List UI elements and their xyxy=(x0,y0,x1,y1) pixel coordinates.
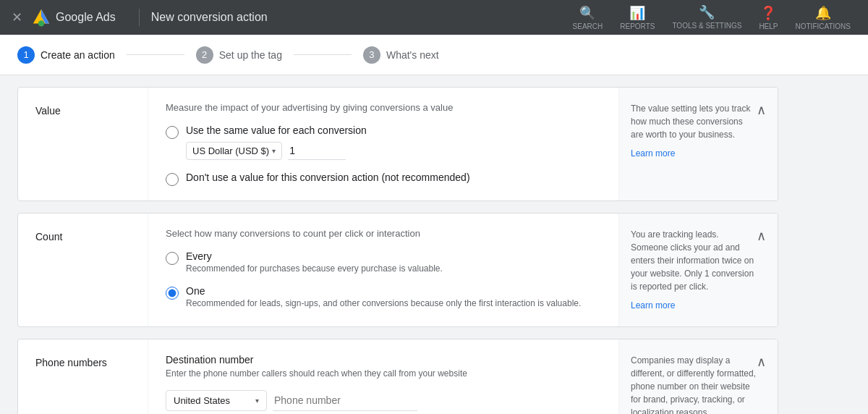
step-2-label: Set up the tag xyxy=(219,49,282,61)
phone-input-row: United States ▾ xyxy=(166,390,601,411)
count-radio-group: Every Recommended for purchases because … xyxy=(166,250,601,308)
destination-number-label: Destination number xyxy=(166,354,601,366)
tools-nav-label: TOOLS & SETTINGS xyxy=(672,22,741,30)
value-radio-same-input[interactable] xyxy=(166,126,179,139)
reports-nav-icon[interactable]: 📊 REPORTS xyxy=(614,2,660,33)
step-3-circle: 3 xyxy=(363,46,380,64)
value-section: Value Measure the impact of your adverti… xyxy=(17,87,778,201)
country-chevron-icon: ▾ xyxy=(255,397,259,405)
usd-row: US Dollar (USD $) ▾ xyxy=(186,142,367,160)
step-3: 3 What's next xyxy=(363,46,439,64)
currency-select[interactable]: US Dollar (USD $) ▾ xyxy=(186,142,282,160)
tools-nav-icon[interactable]: 🔧 TOOLS & SETTINGS xyxy=(666,1,747,33)
value-radio-none-label: Don't use a value for this conversion ac… xyxy=(186,172,470,183)
page-title: New conversion action xyxy=(151,11,268,24)
value-section-inner: Value Measure the impact of your adverti… xyxy=(18,88,778,200)
value-collapse-button[interactable]: ∧ xyxy=(757,102,766,118)
count-section-inner: Count Select how many conversions to cou… xyxy=(18,214,778,326)
step-1-circle: 1 xyxy=(17,46,35,64)
count-section-content: Select how many conversions to count per… xyxy=(148,214,618,326)
stepper-bar: 1 Create an action 2 Set up the tag 3 Wh… xyxy=(0,35,868,75)
help-icon: ❓ xyxy=(760,5,776,21)
phone-section-inner: Phone numbers Destination number Enter t… xyxy=(18,339,778,414)
country-label: United States xyxy=(174,395,230,406)
main-content: Value Measure the impact of your adverti… xyxy=(0,75,796,414)
count-radio-every: Every Recommended for purchases because … xyxy=(166,250,601,274)
notifications-nav-label: NOTIFICATIONS xyxy=(796,22,851,30)
nav-divider xyxy=(139,9,140,26)
tools-icon: 🔧 xyxy=(699,4,715,20)
stepper: 1 Create an action 2 Set up the tag 3 Wh… xyxy=(17,46,439,64)
notifications-icon: 🔔 xyxy=(815,5,831,21)
nav-icons-group: 🔍 SEARCH 📊 REPORTS 🔧 TOOLS & SETTINGS ❓ … xyxy=(567,1,856,33)
count-learn-more-link[interactable]: Learn more xyxy=(631,299,766,312)
phone-section-content: Destination number Enter the phone numbe… xyxy=(148,339,618,414)
reports-icon: 📊 xyxy=(629,5,645,21)
step-2: 2 Set up the tag xyxy=(196,46,282,64)
value-section-description: Measure the impact of your advertising b… xyxy=(166,102,601,113)
count-section-label: Count xyxy=(18,214,148,326)
step-1: 1 Create an action xyxy=(17,46,115,64)
notifications-nav-icon[interactable]: 🔔 NOTIFICATIONS xyxy=(790,2,856,33)
value-hint-text: The value setting lets you track how muc… xyxy=(631,102,757,141)
phone-hint-text: Companies may display a different, or di… xyxy=(631,354,757,414)
value-radio-none: Don't use a value for this conversion ac… xyxy=(166,172,601,186)
count-radio-one: One Recommended for leads, sign-ups, and… xyxy=(166,285,601,308)
step-1-label: Create an action xyxy=(41,49,115,61)
count-section-description: Select how many conversions to count per… xyxy=(166,228,601,239)
phone-numbers-section: Phone numbers Destination number Enter t… xyxy=(17,339,778,414)
value-radio-group: Use the same value for each conversion U… xyxy=(166,124,601,186)
app-name-label: Google Ads xyxy=(56,11,116,24)
step-2-circle: 2 xyxy=(196,46,213,64)
count-collapse-button[interactable]: ∧ xyxy=(757,228,766,244)
value-amount-input[interactable] xyxy=(288,142,346,160)
search-nav-icon[interactable]: 🔍 SEARCH xyxy=(567,2,609,33)
destination-number-sub: Enter the phone number callers should re… xyxy=(166,368,601,379)
step-3-label: What's next xyxy=(386,49,439,61)
logo: Google Ads xyxy=(31,7,116,28)
help-nav-label: HELP xyxy=(759,22,778,30)
help-nav-icon[interactable]: ❓ HELP xyxy=(753,2,783,33)
step-connector-2-3 xyxy=(294,54,352,55)
currency-chevron-icon: ▾ xyxy=(272,147,276,155)
count-hint-col: You are tracking leads. Someone clicks y… xyxy=(618,214,778,326)
count-one-label: One xyxy=(186,285,581,297)
svg-point-2 xyxy=(38,20,44,26)
count-every-sublabel: Recommended for purchases because every … xyxy=(186,263,443,274)
currency-label: US Dollar (USD $) xyxy=(192,145,269,156)
country-select[interactable]: United States ▾ xyxy=(166,390,267,411)
count-every-label: Every xyxy=(186,250,443,262)
value-section-content: Measure the impact of your advertising b… xyxy=(148,88,618,200)
count-radio-every-input[interactable] xyxy=(166,252,179,265)
reports-nav-label: REPORTS xyxy=(620,22,655,30)
value-radio-same-label: Use the same value for each conversion xyxy=(186,124,367,136)
phone-collapse-button[interactable]: ∧ xyxy=(757,354,766,370)
close-button[interactable]: ✕ xyxy=(12,11,22,24)
count-one-sublabel: Recommended for leads, sign-ups, and oth… xyxy=(186,298,581,308)
google-ads-logo xyxy=(31,7,51,28)
step-connector-1-2 xyxy=(127,54,184,55)
top-navigation: ✕ Google Ads New conversion action 🔍 SEA… xyxy=(0,0,868,35)
value-learn-more-link[interactable]: Learn more xyxy=(631,147,766,160)
count-hint-text: You are tracking leads. Someone clicks y… xyxy=(631,228,757,293)
value-radio-none-input[interactable] xyxy=(166,173,179,186)
value-section-label: Value xyxy=(18,88,148,200)
value-hint-col: The value setting lets you track how muc… xyxy=(618,88,778,200)
phone-number-input[interactable] xyxy=(273,390,417,411)
count-radio-one-input[interactable] xyxy=(166,287,179,300)
value-radio-same: Use the same value for each conversion U… xyxy=(166,124,601,160)
phone-section-label: Phone numbers xyxy=(18,339,148,414)
phone-hint-col: Companies may display a different, or di… xyxy=(618,339,778,414)
search-icon: 🔍 xyxy=(579,5,595,21)
search-nav-label: SEARCH xyxy=(573,22,603,30)
count-section: Count Select how many conversions to cou… xyxy=(17,213,778,327)
